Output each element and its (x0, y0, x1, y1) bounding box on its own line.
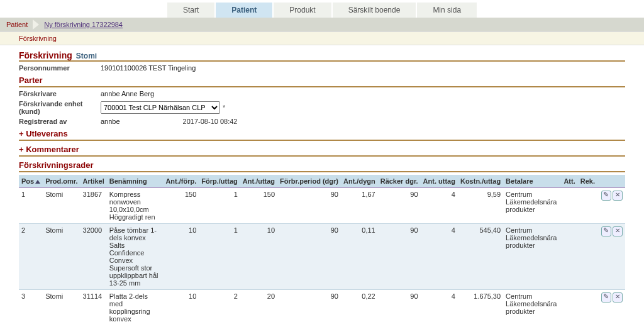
registered-by-value: annbe (101, 118, 120, 125)
cell (561, 188, 577, 224)
subtab-prescription[interactable]: Förskrivning (19, 35, 57, 42)
tab-sarskilt-boende[interactable]: Särskilt boende (333, 3, 416, 18)
subtab-bar: Förskrivning (0, 31, 644, 45)
cell: 2 (19, 224, 43, 290)
cell: 4 (421, 224, 458, 290)
cell: 10 (163, 224, 199, 290)
cell: 32000 (80, 224, 107, 290)
cell: Kompress nonwoven 10,0x10,0cm Höggradigt… (107, 188, 164, 224)
edit-icon[interactable] (601, 292, 611, 303)
cell (578, 188, 597, 224)
cell: Stomi (43, 224, 80, 290)
cell: 1,67 (341, 188, 378, 224)
prescribing-unit-select[interactable]: 700001 Test CLP Närhälsan CLP (101, 101, 220, 114)
section-parter: Parter (19, 75, 625, 87)
prescribing-unit-row: Förskrivande enhet (kund) 700001 Test CL… (19, 100, 625, 115)
col-actions (597, 175, 625, 188)
registered-label: Registrerad av (19, 118, 101, 125)
edit-icon[interactable] (601, 226, 611, 236)
cell: 4 (421, 188, 458, 224)
cell: 1 (199, 224, 240, 290)
chevron-right-icon (33, 19, 39, 30)
col-period[interactable]: Förbr.period (dgr) (277, 175, 341, 188)
cell (561, 224, 577, 290)
col-pos[interactable]: Pos (19, 175, 43, 188)
cell: 9,59 (458, 188, 503, 224)
cell: 3 (19, 290, 43, 323)
page-title: Förskrivning (19, 50, 72, 60)
cell: 90 (277, 188, 341, 224)
page-title-row: Förskrivning Stomi (19, 50, 625, 62)
col-article[interactable]: Artikel (80, 175, 107, 188)
tab-patient[interactable]: Patient (216, 3, 272, 18)
cell: 2 (199, 290, 240, 323)
prescriber-row: Förskrivare annbe Anne Berg (19, 90, 625, 97)
cell: 4 (421, 290, 458, 323)
col-name[interactable]: Benämning (107, 175, 164, 188)
col-prodarea[interactable]: Prod.omr. (43, 175, 80, 188)
person-value: 190101100026 TEST Tingeling (101, 64, 196, 72)
cell: Platta 2-dels med kopplingsring konvex m… (107, 290, 164, 323)
cell: 1 (199, 188, 240, 224)
prescribing-unit-label: Förskrivande enhet (kund) (19, 100, 101, 115)
cell: 90 (277, 224, 341, 290)
section-rows-title: Förskrivningsrader (19, 160, 625, 172)
cell: 150 (163, 188, 199, 224)
table-row[interactable]: 2Stomi32000Påse tömbar 1-dels konvex Sal… (19, 224, 625, 290)
section-utleverans[interactable]: + Utleverans (19, 129, 625, 141)
edit-icon[interactable] (601, 191, 611, 201)
col-rek[interactable]: Rek. (578, 175, 597, 188)
col-perpack[interactable]: Ant./förp. (163, 175, 199, 188)
col-att[interactable]: Att. (561, 175, 577, 188)
breadcrumb: Patient Ny förskrivning 17322984 (0, 18, 644, 31)
col-payer[interactable]: Betalare (503, 175, 561, 188)
cell (561, 290, 577, 323)
cell: 90 (378, 224, 421, 290)
col-perwithdrawal[interactable]: Ant./uttag (240, 175, 277, 188)
table-body: 1Stomi31867Kompress nonwoven 10,0x10,0cm… (19, 188, 625, 323)
col-cost[interactable]: Kostn./uttag (458, 175, 503, 188)
cell: 31114 (80, 290, 107, 323)
cell: 1 (19, 188, 43, 224)
cell: Centrum Läkemedelsnära produkter (503, 290, 561, 323)
section-kommentarer[interactable]: + Kommentarer (19, 145, 625, 157)
col-lasts[interactable]: Räcker dgr. (378, 175, 421, 188)
cell: 90 (378, 290, 421, 323)
delete-icon[interactable] (613, 292, 623, 303)
cell: 31867 (80, 188, 107, 224)
person-label: Personnummer (19, 64, 101, 72)
col-withdrawals[interactable]: Ant. uttag (421, 175, 458, 188)
cell: 20 (240, 290, 277, 323)
prescriber-value: annbe Anne Berg (101, 90, 154, 97)
cell: 90 (277, 290, 341, 323)
registered-datetime: 2017-08-10 08:42 (183, 118, 238, 125)
cell: 0,22 (341, 290, 378, 323)
tab-produkt[interactable]: Produkt (274, 3, 331, 18)
registered-row: Registrerad av annbe 2017-08-10 08:42 (19, 118, 625, 125)
tab-start[interactable]: Start (167, 3, 214, 18)
sort-asc-icon (35, 180, 40, 184)
col-packper[interactable]: Förp./uttag (199, 175, 240, 188)
breadcrumb-current[interactable]: Ny förskrivning 17322984 (44, 21, 123, 28)
row-actions (597, 224, 625, 290)
cell: 90 (378, 188, 421, 224)
breadcrumb-root[interactable]: Patient (6, 21, 28, 28)
table-row[interactable]: 1Stomi31867Kompress nonwoven 10,0x10,0cm… (19, 188, 625, 224)
required-star-icon: * (223, 104, 225, 111)
table-row[interactable]: 3Stomi31114Platta 2-dels med kopplingsri… (19, 290, 625, 323)
cell: 10 (163, 290, 199, 323)
cell: 10 (240, 224, 277, 290)
cell: 0,11 (341, 224, 378, 290)
row-actions (597, 290, 625, 323)
top-nav: Start Patient Produkt Särskilt boende Mi… (0, 0, 644, 18)
delete-icon[interactable] (613, 191, 623, 201)
prescription-table: Pos Prod.omr. Artikel Benämning Ant./för… (19, 175, 625, 322)
table-header: Pos Prod.omr. Artikel Benämning Ant./för… (19, 175, 625, 188)
delete-icon[interactable] (613, 226, 623, 236)
cell: Stomi (43, 290, 80, 323)
tab-min-sida[interactable]: Min sida (417, 3, 477, 18)
page-subtitle: Stomi (76, 52, 97, 60)
person-row: Personnummer 190101100026 TEST Tingeling (19, 64, 625, 72)
cell: 545,40 (458, 224, 503, 290)
col-perday[interactable]: Ant./dygn (341, 175, 378, 188)
